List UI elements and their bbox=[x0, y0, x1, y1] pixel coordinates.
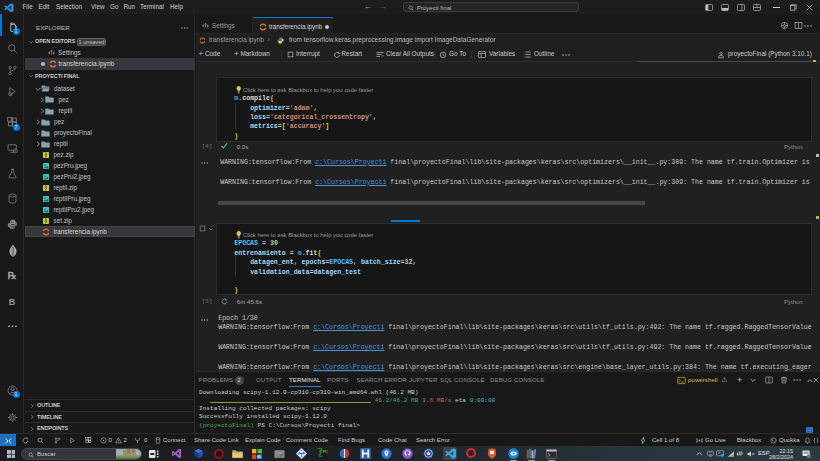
svg-text:PC: PC bbox=[323, 449, 329, 454]
